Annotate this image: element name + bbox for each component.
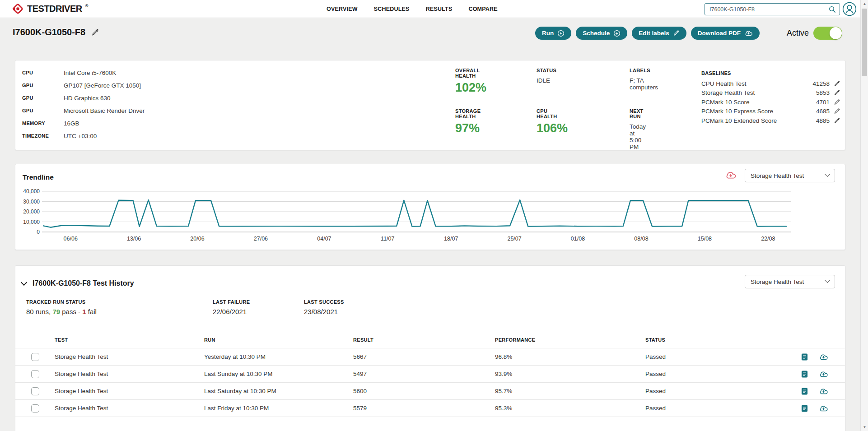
test-history-header[interactable]: I7600K-G1050-F8 Test History [22, 279, 134, 287]
table-row: Storage Health Test Last Saturday at 10:… [15, 382, 845, 399]
trendline-download-icon[interactable] [725, 171, 737, 181]
search-box [705, 3, 840, 15]
spec-row-cpu: CPUIntel Core i5-7600K [22, 66, 145, 79]
tracked-run-status-value: 80 runs, 79 pass - 1 fail [26, 308, 97, 315]
status-value: IDLE [537, 77, 556, 84]
row-checkbox[interactable] [31, 370, 39, 378]
brand-name: TESTDRIVER [27, 4, 82, 14]
storage-health-value: 97% [455, 121, 481, 135]
table-row: Storage Health Test Last Sunday at 10:30… [15, 365, 845, 382]
history-test-select[interactable]: Storage Health Test [745, 275, 835, 288]
trendline-chart[interactable]: 010,00020,00030,00040,00006/0613/0620/06… [20, 188, 837, 246]
edit-labels-button[interactable]: Edit labels [632, 27, 686, 40]
spec-row-gpu-2: GPUHD Graphics 630 [22, 92, 145, 104]
svg-text:20/06: 20/06 [190, 236, 204, 242]
edit-baseline-icon[interactable] [834, 80, 840, 87]
brand-registered-mark: ® [85, 4, 89, 8]
user-avatar-icon[interactable] [842, 2, 857, 16]
baseline-row: PCMark 10 Express Score4685 [701, 107, 840, 116]
edit-baseline-icon[interactable] [834, 99, 840, 106]
overall-health-value: 102% [455, 81, 486, 95]
overall-health-block: OVERALL HEALTH 102% [455, 68, 486, 95]
baseline-row: PCMark 10 Extended Score4885 [701, 116, 840, 125]
download-result-icon[interactable] [819, 371, 828, 378]
last-success-block: LAST SUCCESS 23/08/2021 [304, 299, 344, 315]
spec-row-gpu-3: GPUMicrosoft Basic Render Driver [22, 104, 145, 117]
svg-text:13/06: 13/06 [127, 236, 141, 242]
top-bar: TESTDRIVER ® OVERVIEW SCHEDULES RESULTS … [0, 0, 860, 18]
nav-schedules[interactable]: SCHEDULES [374, 6, 410, 12]
test-history-card: I7600K-G1050-F8 Test History Storage Hea… [15, 265, 845, 431]
tracked-run-status-block: TRACKED RUN STATUS 80 runs, 79 pass - 1 … [26, 299, 97, 315]
edit-baseline-icon[interactable] [834, 89, 840, 96]
nav-overview[interactable]: OVERVIEW [327, 6, 358, 12]
storage-health-block: STORAGE HEALTH 97% [455, 108, 481, 135]
svg-text:22/08: 22/08 [761, 236, 775, 242]
baselines-block: BASELINES CPU Health Test41258 Storage H… [701, 70, 840, 125]
chevron-down-icon [825, 278, 830, 283]
next-run-block: NEXT RUN Today at 5:00 PM [630, 108, 646, 150]
spec-row-memory: MEMORY16GB [22, 117, 145, 130]
download-result-icon[interactable] [819, 405, 828, 412]
active-label: Active [787, 28, 809, 38]
fail-count: 1 [82, 308, 86, 315]
baseline-row: CPU Health Test41258 [701, 79, 840, 88]
labels-block: LABELS F; TA computers [630, 68, 658, 91]
report-document-icon[interactable] [801, 387, 808, 395]
scrollbar-thumb[interactable] [862, 9, 867, 76]
page-title: I7600K-G1050-F8 [13, 27, 85, 37]
nav-compare[interactable]: COMPARE [468, 6, 497, 12]
cloud-download-icon [744, 30, 753, 37]
play-circle-icon [557, 30, 565, 37]
schedule-button[interactable]: Schedule [576, 27, 627, 40]
download-pdf-button[interactable]: Download PDF [691, 27, 760, 40]
baseline-row: PCMark 10 Score4701 [701, 97, 840, 107]
plus-circle-icon [613, 30, 621, 37]
active-toggle[interactable] [813, 27, 842, 40]
page-title-row: I7600K-G1050-F8 [13, 27, 99, 37]
scroll-down-icon[interactable]: ▼ [861, 423, 868, 431]
test-history-table: Storage Health Test Yesterday at 10:30 P… [15, 348, 845, 417]
spec-row-gpu-1: GPUGP107 [GeForce GTX 1050] [22, 79, 145, 92]
app-window: TESTDRIVER ® OVERVIEW SCHEDULES RESULTS … [0, 0, 868, 431]
svg-text:04/07: 04/07 [317, 236, 331, 242]
trendline-card: Trendline Storage Health Test 010,00020,… [15, 164, 845, 250]
edit-title-icon[interactable] [91, 28, 99, 37]
row-checkbox[interactable] [31, 404, 39, 412]
brand-logo[interactable]: TESTDRIVER ® [12, 3, 88, 15]
download-result-icon[interactable] [819, 388, 828, 395]
spec-list: CPUIntel Core i5-7600K GPUGP107 [GeForce… [22, 66, 145, 142]
svg-text:27/06: 27/06 [254, 236, 268, 242]
edit-baseline-icon[interactable] [834, 117, 840, 124]
nav-results[interactable]: RESULTS [426, 6, 453, 12]
run-button[interactable]: Run [535, 27, 571, 40]
row-checkbox[interactable] [31, 387, 39, 395]
svg-text:06/06: 06/06 [64, 236, 78, 242]
row-checkbox[interactable] [31, 353, 39, 361]
search-input[interactable] [705, 6, 828, 13]
svg-text:08/08: 08/08 [634, 236, 648, 242]
svg-text:0: 0 [37, 229, 40, 235]
testdriver-logo-icon [12, 3, 24, 15]
action-toolbar: Run Schedule Edit labels Download PDF Ac… [535, 26, 842, 40]
trendline-title: Trendline [23, 173, 54, 181]
svg-text:25/07: 25/07 [507, 236, 521, 242]
report-document-icon[interactable] [801, 353, 808, 361]
table-header-row: TEST RUN RESULT PERFORMANCE STATUS [15, 337, 845, 348]
svg-text:30,000: 30,000 [23, 199, 40, 205]
vertical-scrollbar[interactable]: ▲ ▼ [860, 0, 868, 431]
report-document-icon[interactable] [801, 404, 808, 412]
edit-baseline-icon[interactable] [834, 108, 840, 115]
download-result-icon[interactable] [819, 353, 828, 361]
last-success-value: 23/08/2021 [304, 308, 344, 315]
pass-count: 79 [52, 308, 60, 315]
svg-text:20,000: 20,000 [23, 209, 40, 215]
test-history-title: I7600K-G1050-F8 Test History [33, 279, 134, 287]
spec-row-timezone: TIMEZONEUTC +03:00 [22, 130, 145, 142]
search-icon[interactable] [828, 5, 836, 13]
report-document-icon[interactable] [801, 370, 808, 378]
svg-text:10,000: 10,000 [23, 219, 40, 225]
trendline-test-select[interactable]: Storage Health Test [745, 169, 835, 182]
scroll-up-icon[interactable]: ▲ [861, 0, 868, 8]
baselines-title: BASELINES [701, 70, 840, 76]
